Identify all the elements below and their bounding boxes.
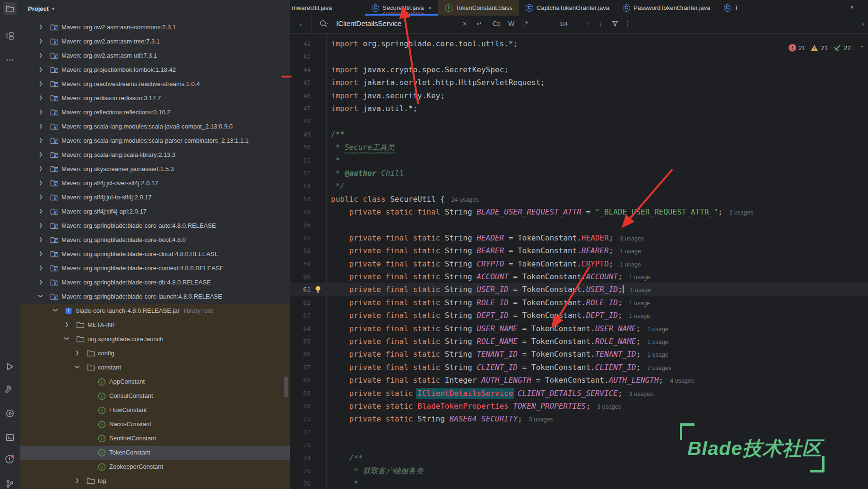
code-line-52[interactable]: 52 * @author Chill (290, 167, 868, 180)
tree-item-flowconstant[interactable]: IFlowConstant (20, 403, 290, 418)
usages-inlay-hint[interactable]: 1 usage (647, 326, 668, 333)
tab-mwareutil-java[interactable]: mwareUtil.java (290, 0, 365, 16)
tab-secureutil-java[interactable]: CSecureUtil.java× (365, 0, 438, 16)
services-icon[interactable] (3, 407, 17, 420)
tree-item-zookeeperconstant[interactable]: IZookeeperConstant (20, 460, 290, 474)
tree-item-constant[interactable]: ❯constant (20, 361, 290, 375)
tree-item-tokenconstant[interactable]: ITokenConstant (20, 446, 290, 460)
tree-item-log[interactable]: ❯log (20, 474, 290, 489)
code-line-46[interactable]: 46import java.security.Key; (290, 89, 868, 102)
intention-bulb-icon[interactable] (314, 285, 321, 293)
build-icon[interactable] (3, 383, 17, 396)
tree-item-nacosconstant[interactable]: INacosConstant (20, 418, 290, 432)
tree-item-maven-org-springblade-blade-core-boot-4-[interactable]: ❯Maven: org.springblade:blade-core-boot:… (20, 233, 290, 248)
code-line-60[interactable]: 60 private final static String ACCOUNT =… (290, 270, 868, 283)
code-line-68[interactable]: 68 private final static Integer AUTH_LEN… (290, 374, 868, 386)
code-line-69[interactable]: 69 private static IClientDetailsService … (290, 387, 868, 400)
chevron-right-icon[interactable]: ❯ (65, 322, 69, 327)
tree-item-maven-org-slf4j-slf4j-api-2-0-17[interactable]: ❯Maven: org.slf4j:slf4j-api:2.0.17 (20, 205, 290, 219)
previous-match-button[interactable]: ↑ (586, 20, 590, 27)
chevron-down-icon[interactable]: ❯ (53, 308, 58, 312)
tab-list-chevron-icon[interactable]: ▾ (851, 4, 853, 10)
tree-item-meta-inf[interactable]: ❯META-INF (20, 318, 290, 333)
tree-item-maven-org-scala-lang-scala-library-2-13-[interactable]: ❯Maven: org.scala-lang:scala-library:2.1… (20, 148, 290, 163)
usages-inlay-hint[interactable]: 2 usages (647, 365, 671, 371)
tree-item-maven-org-springblade-blade-core-cloud-4[interactable]: ❯Maven: org.springblade:blade-core-cloud… (20, 248, 290, 262)
tree-item-maven-org-springblade-blade-core-db-4-8-[interactable]: ❯Maven: org.springblade:blade-core-db:4.… (20, 276, 290, 290)
code-line-63[interactable]: 63 private final static String DEPT_ID =… (290, 309, 868, 322)
tree-item-appconstant[interactable]: IAppConstant (20, 375, 290, 389)
search-icon[interactable] (319, 19, 330, 29)
tree-item-sentinelconstant[interactable]: ISentinelConstant (20, 432, 290, 446)
search-more-icon[interactable]: ⋮ (625, 20, 631, 27)
tab-captchatokengranter-java[interactable]: CCaptchaTokenGranter.java (519, 0, 616, 16)
chevron-right-icon[interactable]: ❯ (39, 208, 43, 214)
usages-inlay-hint[interactable]: 1 usage (647, 352, 668, 358)
version-control-icon[interactable] (3, 477, 17, 489)
code-line-44[interactable]: 44import javax.crypto.spec.SecretKeySpec… (290, 63, 868, 76)
tree-item-maven-org-skyscreamer-jsonassert-1-5-3[interactable]: ❯Maven: org.skyscreamer:jsonassert:1.5.3 (20, 163, 290, 177)
chevron-right-icon[interactable]: ❯ (39, 152, 43, 157)
code-line-56[interactable]: 56 (290, 218, 868, 231)
project-scrollbar[interactable] (284, 377, 288, 397)
code-line-55[interactable]: 55 private static final String BLADE_USE… (290, 206, 868, 218)
tree-item-blade-core-launch-4-8-0-release-jar[interactable]: ❯blade-core-launch-4.8.0.RELEASE.jarlibr… (20, 304, 290, 318)
code-line-57[interactable]: 57 private final static String HEADER = … (290, 232, 868, 244)
chevron-right-icon[interactable]: ❯ (75, 478, 79, 483)
regex-toggle[interactable]: .* (523, 20, 528, 27)
chevron-right-icon[interactable]: ❯ (39, 194, 43, 199)
run-icon[interactable] (3, 360, 17, 373)
code-line-53[interactable]: 53 */ (290, 180, 868, 192)
next-match-button[interactable]: ↓ (599, 20, 602, 27)
code-line-47[interactable]: 47import java.util.*; (290, 102, 868, 115)
chevron-right-icon[interactable]: ❯ (39, 24, 43, 29)
chevron-right-icon[interactable]: ❯ (39, 251, 43, 256)
usages-inlay-hint[interactable]: 4 usages (670, 377, 694, 384)
chevron-right-icon[interactable]: ❯ (39, 166, 43, 171)
tree-item-maven-org-reactivestreams-reactive-strea[interactable]: ❯Maven: org.reactivestreams:reactive-str… (20, 77, 290, 92)
tree-item-maven-org-redisson-redisson-3-17-7[interactable]: ❯Maven: org.redisson:redisson:3.17.7 (20, 92, 290, 106)
chevron-right-icon[interactable]: ❯ (39, 265, 43, 270)
usages-inlay-hint[interactable]: 1 usage (620, 248, 641, 255)
chevron-right-icon[interactable]: ❯ (39, 123, 43, 129)
usages-inlay-hint[interactable]: 1 usage (647, 339, 668, 345)
code-line-58[interactable]: 58 private final static String BEARER = … (290, 244, 868, 257)
tree-item-maven-org-scala-lang-modules-scala-java8[interactable]: ❯Maven: org.scala-lang.modules:scala-jav… (20, 120, 290, 134)
editor-right-chevron-icon[interactable]: › (862, 20, 864, 27)
terminal-icon[interactable] (3, 431, 17, 444)
search-clear-icon[interactable]: × (463, 20, 467, 27)
chevron-right-icon[interactable]: ❯ (39, 67, 43, 72)
code-line-43[interactable]: 43 (290, 50, 868, 63)
tree-item-maven-org-projectlombok-lombok-1-18-42[interactable]: ❯Maven: org.projectlombok:lombok:1.18.42 (20, 63, 290, 77)
code-line-45[interactable]: 45import jakarta.servlet.http.HttpServle… (290, 76, 868, 89)
code-line-67[interactable]: 67 private final static String CLIENT_ID… (290, 361, 868, 374)
project-panel-header[interactable]: Project ▾ (28, 2, 54, 15)
code-line-65[interactable]: 65 private final static String ROLE_NAME… (290, 335, 868, 348)
chevron-right-icon[interactable]: ❯ (39, 81, 43, 86)
usages-inlay-hint[interactable]: 1 usage (629, 313, 650, 319)
tree-item-config[interactable]: ❯config (20, 347, 290, 361)
search-expand-button[interactable]: › (290, 16, 312, 33)
search-newline-icon[interactable]: ↵ (477, 20, 482, 27)
code-line-59[interactable]: 59 private final static String CRYPTO = … (290, 257, 868, 270)
chevron-down-icon[interactable]: ❯ (75, 365, 80, 369)
chevron-right-icon[interactable]: ❯ (39, 137, 43, 143)
code-editor[interactable]: 42import org.springblade.core.tool.utils… (290, 37, 868, 489)
search-filter-icon[interactable] (611, 20, 619, 27)
tab-tokenconstant-class[interactable]: ITokenConstant.class (438, 0, 519, 16)
code-line-70[interactable]: 70 private static BladeTokenProperties T… (290, 400, 868, 412)
usages-inlay-hint[interactable]: 24 usages (451, 197, 479, 203)
chevron-right-icon[interactable]: ❯ (39, 180, 43, 185)
more-tools-icon[interactable] (3, 53, 17, 67)
structure-icon[interactable] (3, 29, 17, 43)
tree-item-maven-org-scala-lang-modules-scala-parse[interactable]: ❯Maven: org.scala-lang.modules:scala-par… (20, 134, 290, 148)
tab-passwordtokengranter-java[interactable]: CPasswordTokenGranter.java (616, 0, 717, 16)
tree-item-maven-org-ow2-asm-asm-commons-7-3-1[interactable]: ❯Maven: org.ow2.asm:asm-commons:7.3.1 (20, 21, 290, 35)
tree-item-maven-org-springblade-blade-core-auto-4-[interactable]: ❯Maven: org.springblade:blade-core-auto:… (20, 219, 290, 233)
tree-item-maven-org-ow2-asm-asm-util-7-3-1[interactable]: ❯Maven: org.ow2.asm:asm-util:7.3.1 (20, 49, 290, 63)
chevron-up-icon[interactable]: ⌃ (859, 45, 864, 51)
usages-inlay-hint[interactable]: 1 usage (629, 300, 650, 307)
code-line-51[interactable]: 51 * (290, 154, 868, 167)
usages-inlay-hint[interactable]: 3 usages (629, 391, 653, 397)
tree-item-maven-org-springblade-blade-core-launch-[interactable]: ❯Maven: org.springblade:blade-core-launc… (20, 290, 290, 304)
